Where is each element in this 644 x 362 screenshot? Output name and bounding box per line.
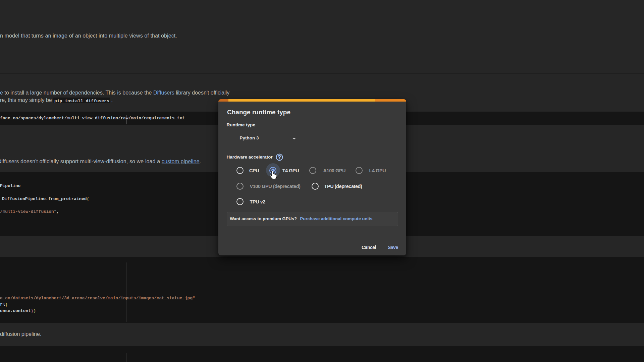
svg-text:?: ? [278, 155, 281, 160]
